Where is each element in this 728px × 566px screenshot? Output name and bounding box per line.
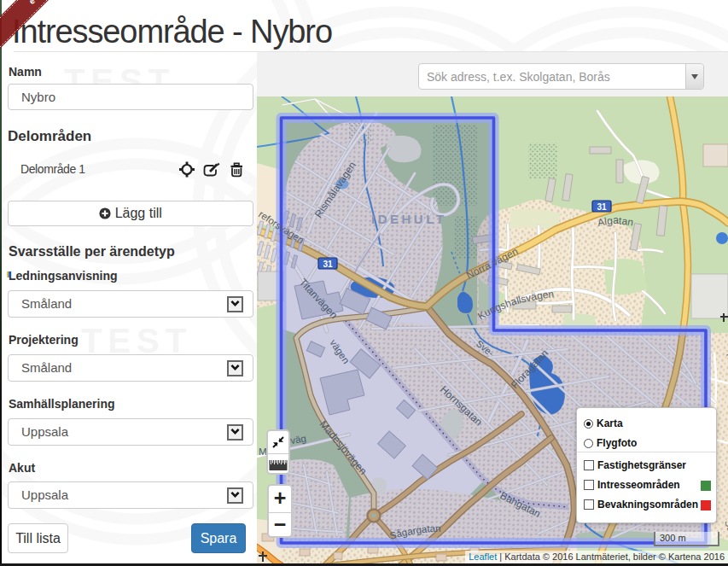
svg-text:31: 31 <box>323 260 333 269</box>
svg-text:31: 31 <box>597 202 607 212</box>
svg-text:Algatan: Algatan <box>597 214 635 228</box>
svg-text:IDEHULT: IDEHULT <box>371 212 446 226</box>
